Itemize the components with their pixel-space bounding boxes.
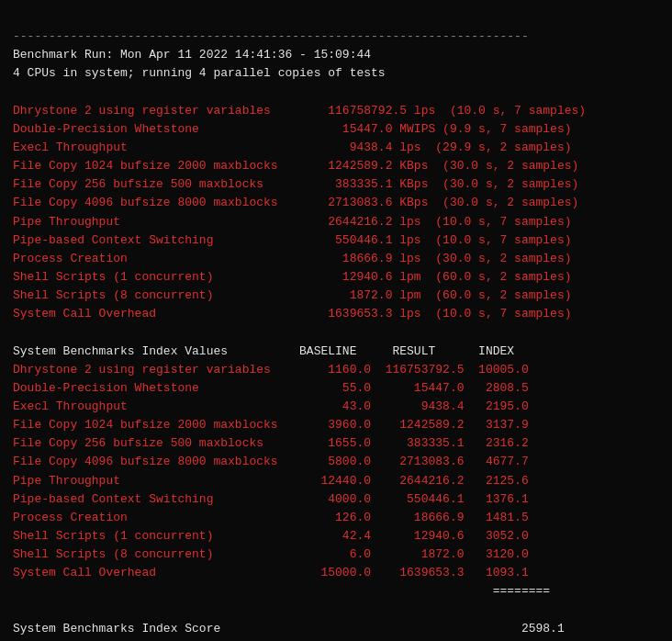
header-line2: 4 CPUs in system; running 4 parallel cop…: [13, 66, 386, 80]
index-row-0: Dhrystone 2 using register variables 116…: [13, 363, 529, 377]
index-row-3: File Copy 1024 bufsize 2000 maxblocks 39…: [13, 418, 529, 432]
score-line: System Benchmarks Index Score 2598.1: [13, 622, 565, 635]
separator-line: ----------------------------------------…: [13, 29, 529, 43]
bench-row-11: System Call Overhead 1639653.3 lps (10.0…: [13, 307, 572, 320]
bench-row-1: Double-Precision Whetstone 15447.0 MWIPS…: [13, 122, 572, 136]
equals-bar: ========: [13, 584, 550, 598]
bench-row-10: Shell Scripts (8 concurrent) 1872.0 lpm …: [13, 288, 572, 302]
index-row-2: Execl Throughput 43.0 9438.4 2195.0: [13, 399, 529, 413]
index-row-9: Shell Scripts (1 concurrent) 42.4 12940.…: [13, 529, 529, 543]
bench-row-8: Process Creation 18666.9 lps (30.0 s, 2 …: [13, 252, 572, 265]
blank1: [13, 85, 20, 99]
blank3: [13, 603, 20, 617]
index-row-11: System Call Overhead 15000.0 1639653.3 1…: [13, 566, 529, 579]
bench-row-6: Pipe Throughput 2644216.2 lps (10.0 s, 7…: [13, 215, 572, 229]
index-row-10: Shell Scripts (8 concurrent) 6.0 1872.0 …: [13, 547, 529, 561]
bench-row-4: File Copy 256 bufsize 500 maxblocks 3833…: [13, 177, 578, 191]
index-row-7: Pipe-based Context Switching 4000.0 5504…: [13, 492, 529, 506]
index-row-4: File Copy 256 bufsize 500 maxblocks 1655…: [13, 436, 529, 450]
terminal-output: ----------------------------------------…: [13, 9, 659, 641]
index-row-6: Pipe Throughput 12440.0 2644216.2 2125.6: [13, 474, 529, 488]
bench-row-3: File Copy 1024 bufsize 2000 maxblocks 12…: [13, 159, 578, 173]
bench-row-5: File Copy 4096 bufsize 8000 maxblocks 27…: [13, 196, 578, 209]
index-row-5: File Copy 4096 bufsize 8000 maxblocks 58…: [13, 455, 529, 468]
index-row-8: Process Creation 126.0 18666.9 1481.5: [13, 511, 529, 524]
bench-row-2: Execl Throughput 9438.4 lps (29.9 s, 2 s…: [13, 141, 572, 154]
bench-row-9: Shell Scripts (1 concurrent) 12940.6 lpm…: [13, 270, 572, 284]
blank2: [13, 325, 20, 339]
header-line1: Benchmark Run: Mon Apr 11 2022 14:41:36 …: [13, 48, 371, 62]
index-row-1: Double-Precision Whetstone 55.0 15447.0 …: [13, 381, 529, 395]
table-header: System Benchmarks Index Values BASELINE …: [13, 344, 514, 358]
bench-row-7: Pipe-based Context Switching 550446.1 lp…: [13, 233, 572, 247]
bench-row-0: Dhrystone 2 using register variables 116…: [13, 104, 586, 118]
